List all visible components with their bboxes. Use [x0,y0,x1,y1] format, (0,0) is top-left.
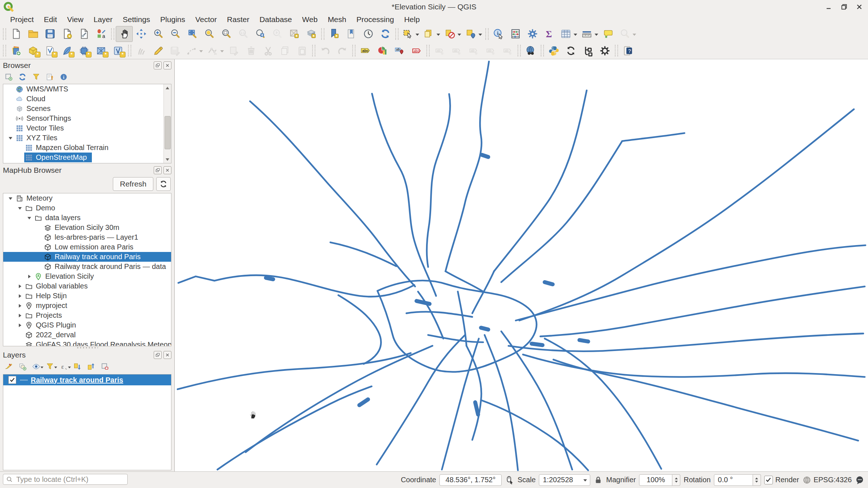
new-spatial-bookmark-button[interactable] [326,26,343,42]
browser-close-button[interactable] [163,61,171,69]
new-gpx-layer-button[interactable]: * [110,43,127,59]
processing-toolbox-button[interactable] [524,26,541,42]
remove-layer-button[interactable] [100,361,110,372]
show-spatial-bookmarks-button[interactable] [343,26,360,42]
expander-icon[interactable] [6,195,15,202]
new-shapefile-layer-button[interactable]: * [42,43,59,59]
expander-icon[interactable] [16,284,24,288]
tree-item-myproject[interactable]: myproject [3,301,171,311]
tree-item-glofas-30-days-flood-reanalysis-meteory-f[interactable]: GloFAS 30 days Flood Reanalysis Meteory … [3,340,171,346]
refresh-map-button[interactable] [377,26,394,42]
toolbar-grip[interactable] [321,28,324,40]
layer-labeling-options-button[interactable]: abc [357,43,374,59]
layer-item-railway-track-around-paris[interactable]: Railway track around Paris [3,374,171,385]
zoom-last-button[interactable] [252,26,269,42]
expander-icon[interactable] [16,294,24,298]
menu-processing[interactable]: Processing [351,14,399,25]
layer-diagram-options-button[interactable] [374,43,391,59]
help-contents-button[interactable]: ? [620,43,637,59]
scale-combo[interactable]: 1:202528 [539,474,590,486]
layer-visibility-checkbox[interactable] [8,376,16,384]
new-map-view-button[interactable] [286,26,303,42]
open-layer-styling-button[interactable] [4,361,14,372]
tree-item-item[interactable] [3,162,171,163]
close-button[interactable] [854,2,864,12]
zoom-in-button[interactable] [150,26,167,42]
tree-item-global-variables[interactable]: Global variables [3,281,171,291]
menu-project[interactable]: Project [5,14,39,25]
rotation-stepper[interactable]: 0.0 ° [714,474,761,486]
locator-input[interactable] [16,475,124,484]
scroll-down-icon[interactable] [164,157,171,163]
field-calculator-button[interactable] [507,26,524,42]
browser-scrollbar[interactable] [163,84,171,163]
zoom-to-selection-button[interactable] [201,26,218,42]
new-geopackage-layer-button[interactable]: * [25,43,42,59]
select-features-by-value-button[interactable] [421,26,442,42]
maphub-browser-toggle-button[interactable] [579,43,596,59]
temporal-controller-button[interactable] [360,26,377,42]
panel-resize-grip[interactable] [76,347,98,349]
messages-icon[interactable] [855,475,864,485]
collapse-all-browser-button[interactable] [45,72,55,82]
dropdown-caret-icon[interactable] [416,34,419,38]
extent-toggle-icon[interactable] [505,475,514,485]
scroll-thumb[interactable] [165,116,171,149]
dropdown-caret-icon[interactable] [595,34,598,38]
toolbar-grip[interactable] [111,28,114,40]
tree-item-demo[interactable]: Demo [3,203,171,213]
toolbar-grip[interactable] [541,45,544,56]
tree-item-xyz-tiles[interactable]: XYZ Tiles [3,133,171,143]
dropdown-caret-icon[interactable] [478,34,482,38]
tree-item-elevation-sicily-30m[interactable]: Elevation Sicily 30m [3,223,171,232]
map-tips-button[interactable] [600,26,617,42]
render-checkbox[interactable] [764,476,773,484]
maphub-refresh-button[interactable] [562,43,579,59]
toolbar-grip[interactable] [426,45,430,56]
open-attribute-table-button[interactable] [558,26,579,42]
minimize-button[interactable] [824,2,834,12]
magnifier-stepper[interactable]: 100% [639,474,680,486]
expander-icon[interactable] [16,324,24,327]
tree-item-projects[interactable]: Projects [3,311,171,320]
dropdown-caret-icon[interactable] [199,50,203,54]
expander-icon[interactable] [16,314,24,317]
scroll-up-icon[interactable] [164,84,171,91]
zoom-out-button[interactable] [167,26,184,42]
menu-database[interactable]: Database [254,14,297,25]
toggle-editing-button[interactable] [150,43,167,59]
layers-float-button[interactable] [154,351,162,359]
show-layout-manager-button[interactable] [76,26,93,42]
add-selected-layers-button[interactable] [4,72,14,82]
expander-icon[interactable] [25,215,34,221]
tree-item-railway-track-around-paris[interactable]: Railway track around Paris [3,252,171,262]
manage-map-themes-button[interactable] [31,361,41,372]
toolbar-grip[interactable] [128,45,131,56]
new-spatialite-layer-button[interactable]: * [59,43,76,59]
menu-web[interactable]: Web [297,14,323,25]
menu-plugins[interactable]: Plugins [155,14,190,25]
new-project-button[interactable] [8,26,25,42]
pin-labels-button[interactable]: ab [391,43,408,59]
browser-float-button[interactable] [154,61,162,69]
tree-item-openstreetmap[interactable]: OpenStreetMap [3,153,171,162]
expander-icon[interactable] [6,135,15,141]
tree-item-sensorthings[interactable]: SensorThings [3,114,171,123]
metasearch-button[interactable] [522,43,539,59]
zoom-to-layer-button[interactable] [218,26,235,42]
tree-item-help-stijn[interactable]: Help Stijn [3,291,171,301]
menu-mesh[interactable]: Mesh [323,14,351,25]
zoom-full-button[interactable] [184,26,201,42]
expand-all-button[interactable] [72,361,82,372]
filter-legend-button[interactable] [45,361,55,372]
new-print-layout-button[interactable] [59,26,76,42]
new-mesh-layer-button[interactable]: * [93,43,110,59]
toolbar-grip[interactable] [3,28,6,40]
tree-item-elevation-sicily[interactable]: Elevation Sicily [3,271,171,281]
collapse-all-layers-button[interactable] [86,361,96,372]
tree-item-vector-tiles[interactable]: Vector Tiles [3,123,171,133]
new-virtual-layer-button[interactable]: * [76,43,93,59]
tree-item-data-layers[interactable]: data layers [3,213,171,223]
toolbar-grip[interactable] [3,45,6,56]
dropdown-caret-icon[interactable] [437,34,440,38]
